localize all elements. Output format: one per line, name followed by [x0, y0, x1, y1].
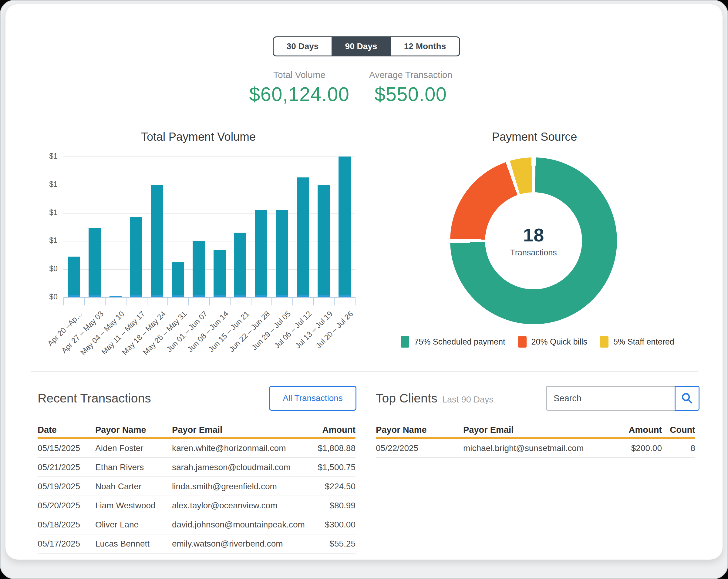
legend-label: 5% Staff entered [613, 337, 674, 347]
bar-base-segment [88, 295, 101, 297]
cell: $1,500.75 [307, 463, 356, 472]
table-row: 05/21/2025Ethan Riverssarah.jameson@clou… [37, 458, 356, 477]
gridline [63, 241, 355, 241]
table-header-row: Payor NamePayor EmailAmountCount [376, 423, 695, 437]
table-row: 05/22/2025michael.bright@sunsetmail.com$… [376, 439, 695, 458]
search-input[interactable] [546, 386, 675, 411]
legend-label: 75% Scheduled payment [414, 337, 505, 347]
gridline [63, 157, 355, 157]
top-clients-title-text: Top Clients [376, 391, 437, 405]
kpi-average-transaction: Average Transaction $550.00 [350, 70, 471, 106]
table-row: 05/15/2025Aiden Fosterkaren.white@horizo… [37, 439, 356, 458]
cell: $224.50 [307, 482, 356, 491]
recent-transactions-title: Recent Transactions [37, 391, 151, 405]
column-header: Payor Name [95, 425, 172, 435]
cell: 05/21/2025 [37, 463, 95, 472]
kpi-average-transaction-label: Average Transaction [350, 70, 471, 80]
cell: $1,808.88 [307, 443, 356, 453]
cell: $80.99 [307, 501, 356, 510]
legend-item: 5% Staff entered [600, 336, 674, 348]
cell: sarah.jameson@cloudmail.com [172, 463, 307, 472]
bar [234, 233, 246, 297]
bar-base-segment [172, 295, 184, 297]
column-header: Date [37, 425, 95, 435]
bar [192, 241, 205, 297]
bar [109, 296, 122, 297]
bar-top-segment [192, 241, 205, 295]
bar-top-segment [68, 257, 80, 295]
column-header: Count [662, 425, 695, 435]
gridline [63, 269, 355, 270]
x-axis-tick [188, 297, 189, 306]
section-divider [31, 371, 698, 372]
cell: linda.smith@greenfield.com [172, 482, 307, 491]
donut-center-label: Transactions [510, 248, 557, 258]
bar-chart-title: Total Payment Volume [37, 130, 359, 143]
bar-base-segment [68, 295, 80, 297]
bar [172, 262, 184, 297]
all-transactions-button[interactable]: All Transactions [269, 386, 357, 411]
gridline [63, 213, 355, 213]
bar-top-segment [276, 210, 288, 295]
bar-top-segment [318, 185, 330, 295]
column-header: Amount [307, 425, 356, 435]
y-tick-label: $1 [37, 152, 58, 160]
bar-base-segment [130, 295, 142, 297]
legend-item: 20% Quick bills [518, 336, 588, 348]
donut-chart: Payment Source 18 Transactions 75% Sched… [440, 130, 628, 361]
bar-base-segment [234, 295, 246, 297]
x-axis-tick [209, 297, 210, 306]
cell: Noah Carter [95, 482, 172, 491]
x-axis-tick [126, 297, 127, 306]
bar-top-segment [213, 250, 226, 295]
x-axis-tick [167, 297, 168, 306]
bar [213, 250, 226, 297]
bar [130, 217, 142, 297]
bar-base-segment [255, 295, 267, 297]
x-axis-tick [105, 297, 106, 306]
table-row: 05/19/2025Noah Carterlinda.smith@greenfi… [37, 477, 356, 496]
table-header-underline [376, 437, 695, 439]
legend-swatch [518, 336, 527, 348]
bar [297, 178, 309, 297]
donut-chart-title: Payment Source [440, 130, 628, 143]
bar-base-segment [276, 295, 288, 297]
bar-base-segment [318, 295, 330, 297]
tab-12-months[interactable]: 12 Months [391, 37, 459, 55]
cell: 05/19/2025 [37, 482, 95, 491]
cell: $300.00 [307, 520, 356, 530]
y-tick-label: $1 [37, 236, 58, 245]
bar [318, 185, 330, 297]
tab-30-days[interactable]: 30 Days [274, 37, 332, 55]
tab-90-days[interactable]: 90 Days [332, 37, 391, 55]
x-axis-tick [271, 297, 272, 306]
cell: Oliver Lane [95, 520, 172, 530]
donut-ring: 18 Transactions [450, 157, 617, 324]
x-axis-tick [334, 297, 335, 306]
cell: Aiden Foster [95, 443, 172, 453]
bar-top-segment [339, 157, 350, 295]
x-axis-tick [251, 297, 252, 306]
search-button[interactable] [675, 386, 700, 411]
x-axis-tick [84, 297, 85, 306]
bar-top-segment [234, 233, 246, 295]
bar [151, 185, 163, 297]
bar-base-segment [297, 295, 309, 297]
legend-label: 20% Quick bills [531, 337, 588, 347]
bar-top-segment [88, 228, 101, 295]
legend-item: 75% Scheduled payment [401, 336, 505, 348]
y-tick-label: $1 [37, 180, 58, 189]
table-row: 05/17/2025Lucas Bennettemily.watson@rive… [37, 534, 356, 554]
bar [255, 210, 267, 297]
x-axis-tick [355, 297, 356, 306]
cell: Ethan Rivers [95, 463, 172, 472]
recent-transactions-table: DatePayor NamePayor EmailAmount05/15/202… [37, 423, 356, 554]
table-header-row: DatePayor NamePayor EmailAmount [37, 423, 356, 437]
kpi-total-volume: Total Volume $60,124.00 [239, 70, 360, 106]
bar [68, 257, 80, 297]
gridline [63, 185, 355, 185]
kpi-total-volume-value: $60,124.00 [239, 83, 360, 106]
cell: michael.bright@sunsetmail.com [463, 443, 597, 453]
cell: emily.watson@riverbend.com [172, 539, 307, 549]
cell: david.johnson@mountainpeak.com [172, 520, 307, 530]
